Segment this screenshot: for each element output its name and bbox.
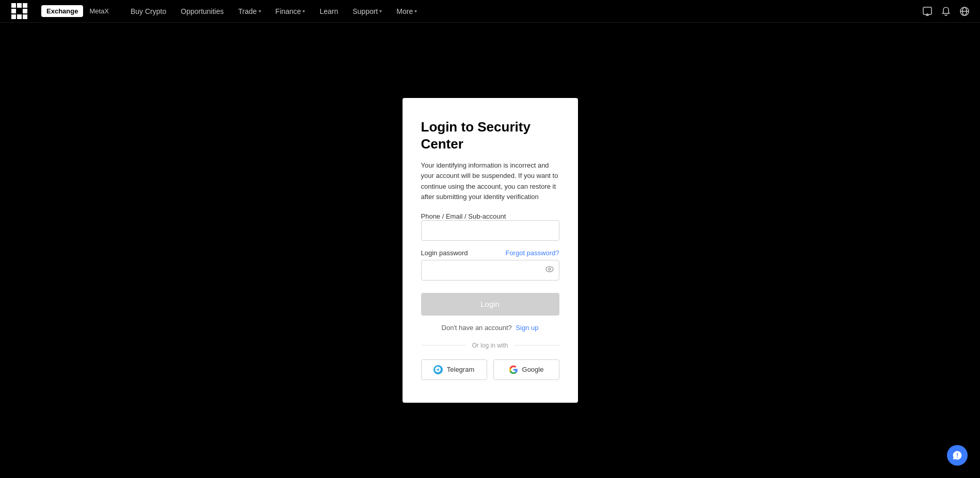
login-card: Login to Security Center Your identifyin…	[403, 98, 578, 403]
svg-rect-8	[17, 14, 22, 19]
svg-rect-9	[23, 14, 27, 19]
svg-rect-5	[17, 9, 22, 13]
nav-tabs: Exchange MetaX	[41, 5, 114, 17]
telegram-login-button[interactable]: Telegram	[421, 359, 487, 380]
notification-icon[interactable]	[941, 6, 951, 17]
forgot-password-link[interactable]: Forgot password?	[505, 249, 559, 257]
password-input[interactable]	[421, 260, 559, 281]
okx-logo-container[interactable]	[10, 2, 29, 21]
signup-prompt: Don't have an account?	[442, 324, 512, 332]
google-login-button[interactable]: Google	[493, 359, 559, 380]
nav-more[interactable]: More ▾	[390, 4, 423, 19]
nav-learn[interactable]: Learn	[313, 4, 344, 19]
support-chevron-icon: ▾	[379, 8, 382, 14]
trade-chevron-icon: ▾	[259, 8, 261, 14]
divider-text: Or log in with	[472, 342, 508, 349]
finance-chevron-icon: ▾	[302, 8, 305, 14]
show-password-icon[interactable]	[545, 265, 554, 276]
support-fab-button[interactable]	[947, 445, 968, 466]
phone-label: Phone / Email / Sub-account	[421, 212, 559, 220]
signup-link[interactable]: Sign up	[516, 324, 538, 332]
telegram-label: Telegram	[447, 366, 474, 373]
social-buttons: Telegram Google	[421, 359, 559, 380]
svg-rect-7	[11, 14, 16, 19]
tab-exchange[interactable]: Exchange	[41, 5, 83, 17]
svg-rect-2	[17, 3, 22, 8]
svg-rect-10	[923, 7, 931, 14]
password-label: Login password	[421, 249, 468, 257]
svg-rect-3	[23, 3, 27, 8]
nav-trade[interactable]: Trade ▾	[232, 4, 267, 19]
svg-rect-4	[11, 9, 16, 13]
svg-rect-6	[23, 9, 27, 13]
main-content: Login to Security Center Your identifyin…	[0, 23, 980, 478]
phone-field-group: Phone / Email / Sub-account	[421, 212, 559, 241]
globe-icon[interactable]	[959, 6, 970, 17]
signup-row: Don't have an account? Sign up	[421, 324, 559, 332]
svg-rect-1	[11, 3, 16, 8]
more-chevron-icon: ▾	[414, 8, 417, 14]
divider: Or log in with	[421, 342, 559, 349]
phone-input[interactable]	[421, 220, 559, 241]
nav-buy-crypto[interactable]: Buy Crypto	[124, 4, 172, 19]
tab-metax[interactable]: MetaX	[84, 5, 114, 17]
password-label-row: Login password Forgot password?	[421, 249, 559, 257]
nav-finance[interactable]: Finance ▾	[269, 4, 312, 19]
nav-links: Buy Crypto Opportunities Trade ▾ Finance…	[124, 4, 423, 19]
login-button[interactable]: Login	[421, 293, 559, 316]
login-title: Login to Security Center	[421, 119, 559, 152]
navbar: Exchange MetaX Buy Crypto Opportunities …	[0, 0, 980, 23]
login-description: Your identifying information is incorrec…	[421, 160, 559, 202]
password-field-group: Login password Forgot password?	[421, 249, 559, 281]
google-label: Google	[522, 366, 544, 373]
nav-right	[922, 6, 970, 17]
svg-point-16	[546, 267, 553, 272]
nav-opportunities[interactable]: Opportunities	[174, 4, 230, 19]
telegram-icon	[433, 365, 443, 374]
okx-logo-icon	[10, 2, 29, 21]
download-icon[interactable]	[922, 6, 933, 17]
nav-support[interactable]: Support ▾	[346, 4, 388, 19]
svg-point-17	[549, 268, 551, 270]
google-icon	[509, 365, 518, 374]
password-wrapper	[421, 260, 559, 281]
